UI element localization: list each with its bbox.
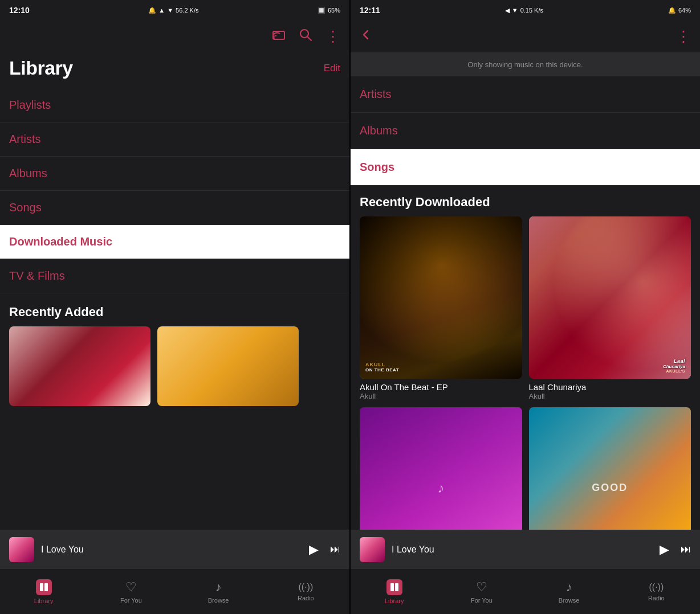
heart-icon: ♡ [125, 580, 137, 595]
rd-art-akull: AKULL ON THE BEAT [360, 216, 522, 379]
menu-item-label: Artists [9, 133, 41, 145]
rd-title-akull: Akull On The Beat - EP [360, 382, 522, 392]
mini-player-right[interactable]: I Love You ▶ ⏭ [351, 530, 700, 568]
edit-button[interactable]: Edit [324, 63, 340, 74]
menu-item-label: Playlists [9, 99, 51, 111]
right-menu-label: Artists [360, 88, 392, 100]
speed-text: 56.2 K/s [176, 7, 198, 14]
play-button-right[interactable]: ▶ [660, 542, 669, 557]
mini-player-title-right: I Love You [392, 545, 653, 555]
page-title-row: Library Edit [0, 52, 349, 88]
svg-line-3 [307, 36, 311, 40]
mini-player-controls: ▶ ⏭ [309, 542, 340, 557]
right-tab-radio[interactable]: ((·)) Radio [639, 582, 673, 601]
recently-downloaded-grid: AKULL ON THE BEAT Akull On The Beat - EP… [360, 216, 691, 530]
right-menu-label: Albums [360, 124, 398, 137]
svg-point-1 [272, 37, 275, 39]
more-options-icon[interactable]: ⋮ [325, 28, 340, 46]
right-tab-for-you[interactable]: ♡ For You [465, 580, 499, 604]
page-title: Library [9, 57, 73, 79]
right-battery-pct: 64% [678, 7, 691, 14]
left-bottom-nav: Library ♡ For You ♪ Browse ((·)) Radio [0, 568, 349, 614]
right-status-icons: ◀ ▼ 0.15 K/s [505, 7, 543, 14]
mini-player-controls-right: ▶ ⏭ [660, 542, 691, 557]
right-bottom-nav: Library ♡ For You ♪ Browse ((·)) Radio [351, 568, 700, 614]
menu-item-songs[interactable]: Songs [0, 191, 349, 225]
right-tab-browse[interactable]: ♪ Browse [552, 580, 586, 604]
svg-rect-7 [395, 583, 398, 591]
right-menu-label: Songs [360, 161, 394, 173]
tab-radio-label: Radio [298, 595, 314, 601]
menu-item-tv-films[interactable]: TV & Films [0, 259, 349, 293]
skip-forward-button-right[interactable]: ⏭ [681, 543, 691, 555]
left-status-icons: 🔔 ▲ ▼ 56.2 K/s [148, 7, 198, 14]
tab-browse[interactable]: ♪ Browse [201, 580, 235, 604]
right-tab-browse-label: Browse [559, 597, 580, 604]
left-status-bar: 12:10 🔔 ▲ ▼ 56.2 K/s 🔲 65% [0, 0, 349, 21]
recently-downloaded-section: Recently Downloaded AKULL ON THE BEAT A [351, 186, 700, 530]
left-phone-screen: 12:10 🔔 ▲ ▼ 56.2 K/s 🔲 65% [0, 0, 349, 614]
right-tab-for-you-label: For You [471, 597, 493, 604]
rd-art-laal: Laal Chunariya AKULL'S [529, 216, 691, 379]
tab-for-you[interactable]: ♡ For You [114, 580, 148, 604]
right-radio-icon: ((·)) [649, 582, 664, 592]
browse-icon: ♪ [215, 580, 222, 595]
recently-added-title: Recently Added [9, 305, 103, 319]
menu-item-downloaded[interactable]: Downloaded Music [0, 225, 349, 259]
menu-item-albums[interactable]: Albums [0, 157, 349, 191]
right-battery-area: 🔔 64% [668, 7, 691, 14]
tab-library[interactable]: Library [27, 579, 61, 604]
right-menu-artists[interactable]: Artists [351, 76, 700, 113]
right-battery-icon: 🔔 [668, 7, 676, 14]
menu-item-label: TV & Films [9, 269, 65, 282]
svg-rect-6 [390, 583, 394, 591]
rd-item-4[interactable]: GOOD [529, 407, 691, 530]
rd-title-laal: Laal Chunariya [529, 382, 691, 392]
left-battery-area: 🔲 65% [318, 7, 340, 14]
right-menu-songs[interactable]: Songs [351, 149, 700, 186]
right-tab-library[interactable]: Library [377, 579, 412, 604]
tab-browse-label: Browse [208, 597, 229, 604]
right-browse-icon: ♪ [566, 580, 572, 595]
album-art-gold[interactable] [157, 326, 299, 406]
right-wifi-icon: ▼ [512, 7, 518, 14]
right-scroll-content: Artists Albums Songs Recently Downloaded… [351, 76, 700, 530]
signal-icon: ▲ [158, 7, 165, 14]
right-top-nav: ⋮ [351, 21, 700, 52]
right-speed: 0.15 K/s [520, 7, 543, 14]
library-icon [36, 579, 52, 595]
right-signal-icon: ◀ [505, 7, 510, 14]
mini-player-art [9, 537, 34, 562]
rd-item-3[interactable]: ♪ [360, 407, 522, 530]
menu-item-playlists[interactable]: Playlists [0, 88, 349, 122]
tab-for-you-label: For You [120, 597, 142, 604]
back-button[interactable] [360, 28, 372, 44]
battery-pct: 65% [328, 7, 340, 14]
left-top-nav: ⋮ [0, 21, 349, 52]
notification-icon: 🔔 [148, 7, 156, 14]
search-icon[interactable] [299, 28, 312, 44]
wifi-icon: ▼ [167, 7, 173, 14]
svg-rect-5 [44, 583, 48, 591]
cast-icon[interactable] [272, 29, 286, 44]
mini-player-art-right [360, 537, 385, 562]
mini-player-left[interactable]: I Love You ▶ ⏭ [0, 530, 349, 568]
rd-art-3: ♪ [360, 407, 522, 530]
right-menu-albums[interactable]: Albums [351, 113, 700, 149]
left-time: 12:10 [9, 6, 30, 15]
tab-radio[interactable]: ((·)) Radio [288, 582, 323, 601]
right-tab-library-label: Library [385, 597, 404, 604]
right-more-icon[interactable]: ⋮ [676, 28, 691, 46]
left-scroll-content: Library Edit Playlists Artists Albums So… [0, 52, 349, 530]
rd-item-akull[interactable]: AKULL ON THE BEAT Akull On The Beat - EP… [360, 216, 522, 400]
menu-item-artists[interactable]: Artists [0, 122, 349, 157]
skip-forward-button[interactable]: ⏭ [330, 543, 340, 555]
play-button[interactable]: ▶ [309, 542, 319, 557]
recently-downloaded-title: Recently Downloaded [360, 186, 691, 216]
album-art-laal[interactable] [9, 326, 150, 406]
right-time: 12:11 [360, 6, 380, 15]
rd-item-laal[interactable]: Laal Chunariya AKULL'S Laal Chunariya Ak… [529, 216, 691, 400]
right-library-icon [386, 579, 402, 595]
battery-icon: 🔲 [318, 7, 325, 14]
menu-item-label: Downloaded Music [9, 235, 112, 248]
